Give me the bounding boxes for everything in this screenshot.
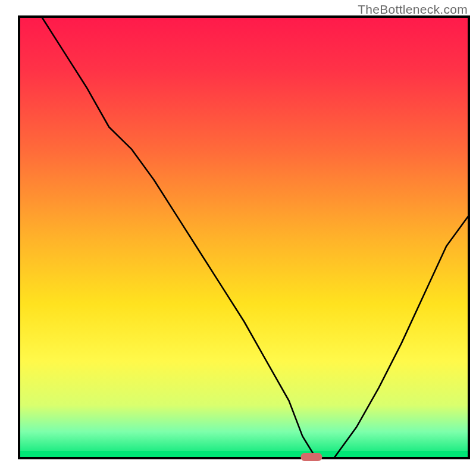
watermark-text: TheBottleneck.com — [358, 2, 468, 17]
chart-stage: TheBottleneck.com — [0, 0, 476, 476]
optimal-marker — [300, 453, 322, 461]
plot-background — [19, 17, 469, 458]
bottleneck-chart — [0, 0, 476, 476]
